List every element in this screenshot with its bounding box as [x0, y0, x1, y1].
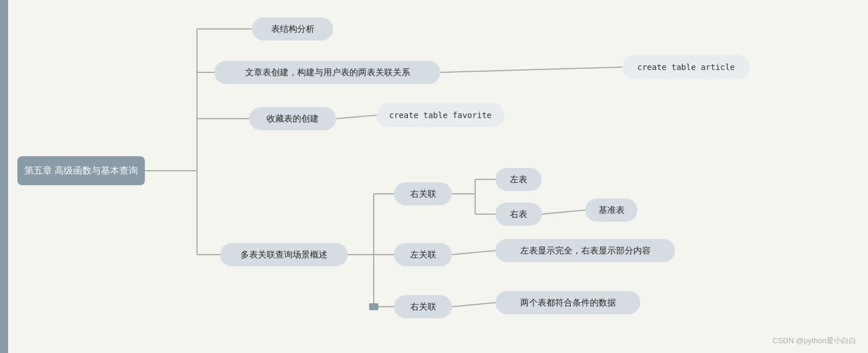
n3c-label: create table favorite	[389, 111, 491, 120]
svg-line-6	[440, 67, 622, 72]
n4-3-label: 右关联	[410, 301, 436, 312]
n3-label: 收藏表的创建	[267, 113, 319, 124]
n4-1-rc-label: 基准表	[599, 205, 625, 216]
node-table-structure: 表结构分析	[252, 17, 333, 41]
node-favorite-table: 收藏表的创建	[249, 107, 336, 130]
node-article-table: 文章表创建，构建与用户表的两表关联关系	[214, 61, 440, 84]
svg-rect-20	[369, 303, 378, 310]
svg-line-18	[452, 251, 495, 255]
n4-1-label: 右关联	[410, 189, 436, 200]
watermark-text: CSDN @python爱小白白	[772, 336, 856, 345]
n4-2-label: 左关联	[410, 249, 436, 260]
node-multi-join: 多表关联查询场景概述	[220, 243, 348, 266]
n4-3c-label: 两个表都符合条件的数据	[520, 297, 616, 308]
node-create-favorite: create table favorite	[377, 103, 504, 127]
n4-label: 多表关联查询场景概述	[240, 249, 327, 260]
node-right-table: 右表	[495, 203, 542, 226]
svg-line-19	[452, 303, 495, 307]
node-base-table: 基准表	[585, 198, 637, 222]
root-label: 第五章 高级函数与基本查询	[24, 165, 138, 177]
n2-label: 文章表创建，构建与用户表的两表关联关系	[245, 67, 410, 78]
n1-label: 表结构分析	[271, 24, 315, 35]
node-left-join: 左关联	[394, 243, 452, 266]
watermark: CSDN @python爱小白白	[772, 336, 856, 346]
root-node: 第五章 高级函数与基本查询	[17, 156, 145, 185]
n2c-label: create table article	[637, 62, 735, 72]
node-right-join: 右关联	[394, 182, 452, 205]
svg-line-17	[542, 210, 585, 214]
node-right-join2: 右关联	[394, 295, 452, 318]
left-bar	[0, 0, 8, 353]
node-create-article: create table article	[622, 55, 750, 79]
n4-2c-label: 左表显示完全，右表显示部分内容	[520, 245, 651, 256]
node-left-table: 左表	[495, 168, 542, 191]
node-right-join2-desc: 两个表都符合条件的数据	[495, 291, 640, 314]
n4-1-l-label: 左表	[510, 174, 527, 185]
node-left-join-desc: 左表显示完全，右表显示部分内容	[495, 239, 675, 262]
svg-line-7	[336, 115, 377, 119]
n4-1-r-label: 右表	[510, 209, 527, 220]
